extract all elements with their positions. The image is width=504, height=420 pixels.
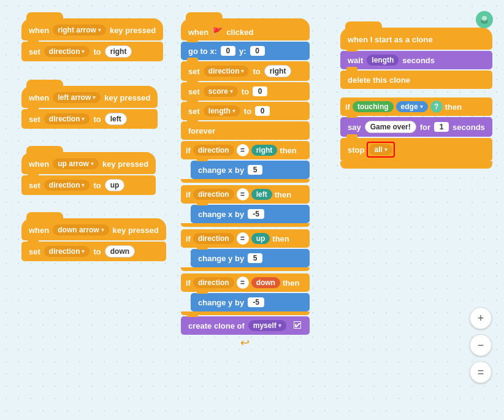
direction-pill3[interactable]: direction ▾ (44, 180, 90, 191)
then2: then (275, 190, 291, 199)
goto-block: go to x: 0 y: 0 (181, 42, 310, 60)
x-value[interactable]: 0 (221, 46, 235, 56)
down-arrow-pill[interactable]: down arrow ▾ (53, 224, 109, 235)
key-pressed-label1: key pressed (110, 26, 156, 35)
set-direction-right: set direction ▾ to right (21, 42, 163, 61)
down-cond: down (251, 277, 280, 288)
num-val[interactable]: 1 (434, 122, 449, 132)
flag-icon: 🚩 (212, 27, 223, 37)
left-arrow-hat: when left arrow ▾ key pressed (21, 86, 158, 108)
direction-pill4[interactable]: direction ▾ (44, 246, 90, 257)
cursor-icon: 🗹 (292, 320, 302, 331)
flag-clicked-hat: when 🚩 clicked (181, 18, 310, 40)
length-pill[interactable]: length ▾ (204, 105, 240, 116)
dir-cond3[interactable]: direction (193, 233, 234, 244)
if-right-bottom (181, 179, 310, 183)
direction-pill2[interactable]: direction ▾ (44, 113, 90, 124)
dir-pill-c1[interactable]: direction ▾ (204, 66, 250, 77)
if-touching-block: if touching edge ▾ ? then (340, 97, 492, 116)
up-value: up (105, 179, 125, 191)
left-cond: left (251, 189, 272, 200)
down-arrow-group: when down arrow ▾ key pressed set direct… (21, 218, 166, 261)
if-label4: if (186, 278, 191, 288)
bottom-arrow: ↩ (181, 336, 310, 349)
create-clone: create clone of myself ▾ 🗹 (181, 316, 310, 335)
cx-5-val[interactable]: -5 (248, 209, 264, 219)
wait-block: wait length seconds (340, 51, 492, 69)
eq1: = (237, 144, 249, 156)
cx5-val[interactable]: 5 (248, 165, 262, 175)
zoom-out-button[interactable]: − (470, 334, 492, 356)
down-value: down (105, 245, 135, 258)
all-pill[interactable]: all ▾ (369, 144, 392, 155)
direction-pill1[interactable]: direction ▾ (44, 46, 90, 57)
down-arrow-hat: when down arrow ▾ key pressed (21, 218, 166, 240)
touching-pill[interactable]: touching (353, 101, 394, 112)
set-dir-right-center: set direction ▾ to right (181, 61, 310, 81)
set-score: set score ▾ to 0 (181, 82, 310, 101)
up-arrow-group: when up arrow ▾ key pressed set directio… (21, 152, 156, 195)
if-up-bottom (181, 267, 310, 271)
set-direction-left: set direction ▾ to left (21, 109, 158, 129)
say-gameover: say Game over! for 1 seconds (340, 117, 492, 137)
svg-point-1 (482, 16, 487, 21)
up-arrow-hat: when up arrow ▾ key pressed (21, 152, 156, 174)
set-direction-up: set direction ▾ to up (21, 175, 156, 195)
if-label2: if (186, 190, 191, 199)
zoom-fit-button[interactable]: = (470, 361, 492, 383)
stop-all-outline: all ▾ (367, 142, 394, 158)
then3: then (272, 234, 289, 243)
length-val[interactable]: 0 (255, 106, 270, 116)
up-cond: up (251, 233, 270, 244)
zoom-controls: + − = (470, 307, 492, 383)
change-x-5: change x by 5 (191, 161, 310, 179)
gameover-text[interactable]: Game over! (365, 121, 416, 133)
left-arrow-pill[interactable]: left arrow ▾ (53, 92, 101, 103)
cy5-val[interactable]: 5 (248, 253, 262, 263)
right-value1: right (105, 45, 132, 58)
score-pill[interactable]: score ▾ (204, 86, 238, 97)
stop-row: stop all ▾ (340, 138, 492, 161)
length-var-pill[interactable]: length (367, 55, 399, 66)
flag-clicked-group: when 🚩 clicked go to x: 0 y: 0 set direc… (181, 18, 310, 349)
question-mark: ? (430, 101, 443, 113)
dir-cond4[interactable]: direction (193, 277, 234, 288)
zoom-in-button[interactable]: + (470, 307, 492, 329)
clone-group: when I start as a clone wait length seco… (340, 28, 492, 169)
edge-pill[interactable]: edge ▾ (396, 101, 428, 112)
if-left-bottom (181, 223, 310, 227)
forever-block: forever (181, 121, 310, 140)
if-touch-label: if (345, 102, 350, 112)
if-label1: if (186, 146, 191, 155)
y-value[interactable]: 0 (250, 46, 265, 56)
if-down-bottom (181, 311, 310, 315)
delete-clone: delete this clone (340, 71, 492, 89)
then-touch-label: then (445, 102, 462, 112)
eq4: = (237, 277, 249, 289)
avatar-icon (479, 15, 489, 25)
right-arrow-pill[interactable]: right arrow ▾ (53, 25, 106, 36)
score-val[interactable]: 0 (253, 86, 267, 96)
if-touch-bottom (340, 161, 492, 169)
then1: then (280, 146, 296, 155)
right-arrow-hat: when right arrow ▾ key pressed (21, 18, 163, 40)
change-x-neg5: change x by -5 (191, 205, 310, 223)
change-y-5: change y by 5 (191, 249, 310, 267)
when-label1: when (29, 26, 49, 35)
right-arrow-group: when right arrow ▾ key pressed set direc… (21, 18, 163, 61)
cy-5-val[interactable]: -5 (248, 297, 264, 307)
left-arrow-group: when left arrow ▾ key pressed set direct… (21, 86, 158, 129)
arrow-dropdown1[interactable]: ▾ (98, 27, 101, 33)
dir-cond2[interactable]: direction (193, 189, 234, 200)
dir-cond1[interactable]: direction (193, 145, 234, 156)
up-arrow-pill[interactable]: up arrow ▾ (53, 158, 99, 169)
eq3: = (237, 232, 249, 245)
set-direction-down: set direction ▾ to down (21, 242, 166, 261)
eq2: = (237, 188, 249, 200)
set-length: set length ▾ to 0 (181, 102, 310, 120)
then4: then (283, 278, 299, 288)
myself-pill[interactable]: myself ▾ (248, 320, 286, 331)
if-label3: if (186, 234, 191, 243)
change-y-neg5: change y by -5 (191, 293, 310, 311)
right-val-c: right (264, 65, 292, 77)
